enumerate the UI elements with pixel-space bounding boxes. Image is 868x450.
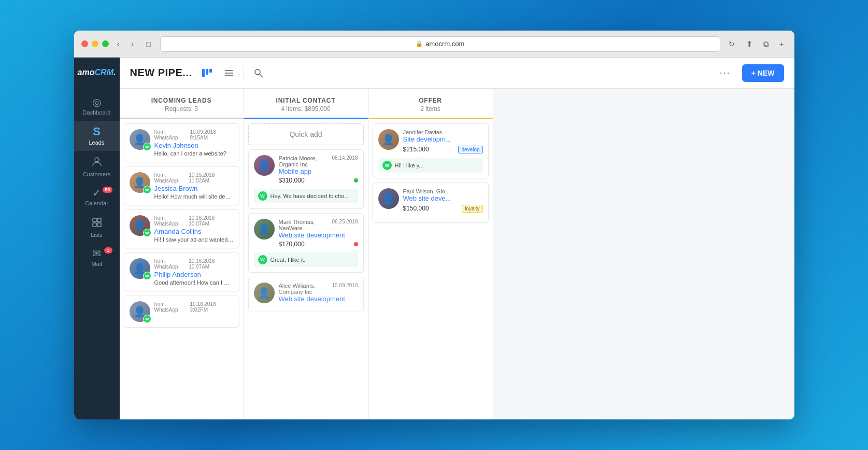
- lead-card-amanda[interactable]: 👤 W from: WhatsApp 10.16.2018 10:07AM: [124, 209, 239, 248]
- whatsapp-icon-jennifer: W: [382, 161, 392, 170]
- column-header-initial: INITIAL CONTACT 4 items: $895,000: [244, 89, 368, 119]
- lead-card-5[interactable]: 👤 W from: WhatsApp 10.18.2018 3:02PM: [124, 296, 239, 328]
- forward-button[interactable]: ›: [128, 37, 137, 51]
- svg-rect-3: [93, 223, 96, 227]
- sidebar-item-leads[interactable]: S Leads: [74, 121, 120, 151]
- avatar-wrapper-kevin: 👤 W: [130, 129, 150, 150]
- browser-actions: ⬆ ⧉ +: [743, 37, 787, 51]
- lead-card-philip[interactable]: 👤 W from: WhatsApp 10.16.2018 10:07AM: [124, 252, 239, 291]
- reload-button[interactable]: ↻: [725, 38, 738, 50]
- wa-message-patricia: W Hey. We have decided to cho...: [254, 189, 358, 203]
- quick-add-button[interactable]: Quick add: [248, 123, 364, 145]
- avatar-mark: 👤: [254, 219, 275, 240]
- lead-info-amanda: from: WhatsApp 10.16.2018 10:07AM Amanda…: [154, 215, 234, 243]
- column-body-offer: 👤 Jennifer Davies Site developm... $215,…: [368, 119, 493, 419]
- menu-button[interactable]: [222, 66, 236, 80]
- whatsapp-badge-5: W: [143, 315, 151, 323]
- pipeline-title: NEW PIPE...: [130, 67, 192, 79]
- deal-date-alice: 10.09.2018: [332, 283, 358, 288]
- deal-info-alice: Alice Williams, Company Inc 10.09.2018 W…: [279, 283, 358, 303]
- lead-source-time-5: from: WhatsApp 10.18.2018 3:02PM: [154, 301, 234, 313]
- new-deal-button[interactable]: + NEW: [742, 64, 784, 82]
- deal-info-paul: Paul Wilson, Glo... Web site deve... $15…: [403, 188, 483, 214]
- deal-date-mark: 06.25.2018: [332, 219, 358, 224]
- sidebar-item-mail[interactable]: 1 ✉ Mail: [74, 243, 120, 272]
- url-text: amocrm.com: [425, 40, 464, 48]
- column-subtitle-initial: 4 items: $895,000: [251, 105, 361, 112]
- lead-info-kevin: from: WhatsApp 10.09.2018 9:15AM Kevin J…: [154, 129, 234, 157]
- lead-source-time-philip: from: WhatsApp 10.16.2018 10:07AM: [154, 258, 234, 270]
- lead-card-jessica[interactable]: 👤 W from: WhatsApp 10.15.2018 11:02AM: [124, 166, 239, 205]
- deal-company-mark: Mark Thomas, NeoWare: [279, 219, 332, 231]
- sidebar-item-customers[interactable]: Customers: [74, 151, 120, 182]
- lead-time-amanda: 10.16.2018 10:07AM: [189, 215, 233, 227]
- lead-info-jessica: from: WhatsApp 10.15.2018 11:02AM Jessic…: [154, 172, 234, 200]
- avatar-paul: 👤: [378, 188, 399, 209]
- sidebar-item-calendar[interactable]: 50 ✓ Calendar: [74, 182, 120, 212]
- minimize-button[interactable]: [92, 40, 98, 47]
- wa-text-jennifer: Hi! I like y...: [395, 162, 424, 168]
- deal-info-mark: Mark Thomas, NeoWare 06.25.2018 Web site…: [279, 219, 358, 249]
- sidebar-label-customers: Customers: [83, 171, 110, 177]
- kanban-view-button[interactable]: [199, 65, 215, 81]
- sidebar-item-lists[interactable]: Lists: [74, 212, 120, 243]
- wa-message-mark: W Great, I like it.: [254, 252, 358, 267]
- svg-rect-4: [97, 223, 101, 227]
- column-header-offer: OFFER 2 items: [368, 89, 493, 119]
- close-button[interactable]: [81, 40, 88, 47]
- lead-card-kevin[interactable]: 👤 W from: WhatsApp 10.09.2018 9:15AM: [124, 123, 239, 162]
- svg-rect-2: [97, 218, 101, 222]
- column-header-incoming: INCOMING LEADS Requests: 5: [120, 89, 244, 119]
- whatsapp-badge-jessica: W: [143, 186, 151, 194]
- sidebar: amoCRM. ◎ Dashboard S Leads Customers: [74, 58, 120, 419]
- deal-card-patricia[interactable]: 👤 Patricia Moore, Organic Inc 08.14.2018…: [248, 149, 364, 209]
- lead-time-jessica: 10.15.2018 11:02AM: [189, 172, 233, 184]
- column-initial-contact: INITIAL CONTACT 4 items: $895,000 Quick …: [244, 89, 368, 419]
- lead-name-philip: Philip Anderson: [154, 271, 234, 278]
- deal-card-paul[interactable]: 👤 Paul Wilson, Glo... Web site deve... $…: [373, 182, 489, 223]
- deal-name-paul: Web site deve...: [403, 194, 483, 202]
- lead-source-philip: from: WhatsApp: [154, 258, 189, 270]
- more-options-button[interactable]: ···: [716, 65, 735, 80]
- whatsapp-badge-amanda: W: [143, 229, 151, 237]
- lead-name-kevin: Kevin Johnson: [154, 142, 234, 149]
- deal-company-jennifer: Jennifer Davies: [403, 129, 483, 135]
- deal-name-mark: Web site development: [279, 231, 358, 239]
- share-button[interactable]: ⬆: [743, 37, 756, 51]
- url-bar[interactable]: 🔒 amocrm.com: [160, 36, 720, 52]
- svg-rect-1: [93, 218, 96, 222]
- deal-company-alice: Alice Williams, Company Inc: [279, 283, 332, 295]
- new-tab-button[interactable]: ⧉: [760, 37, 772, 51]
- deal-card-mark[interactable]: 👤 Mark Thomas, NeoWare 06.25.2018 Web si…: [248, 213, 364, 273]
- search-button[interactable]: [251, 66, 266, 80]
- avatar-jennifer: 👤: [378, 129, 399, 150]
- calendar-badge: 50: [103, 187, 112, 193]
- deal-company-patricia: Patricia Moore, Organic Inc: [279, 155, 332, 167]
- add-tab-button[interactable]: +: [776, 37, 787, 50]
- tab-grid-button[interactable]: □: [142, 38, 154, 50]
- lead-time-kevin: 10.09.2018 9:15AM: [190, 129, 234, 140]
- main-content: NEW PIPE...: [120, 58, 794, 419]
- status-dot-patricia: [354, 178, 358, 182]
- mail-icon: ✉: [92, 248, 101, 259]
- lead-name-jessica: Jessica Brown: [154, 185, 234, 192]
- wa-text-patricia: Hey. We have decided to cho...: [271, 193, 349, 199]
- deal-card-jennifer[interactable]: 👤 Jennifer Davies Site developm... $215,…: [373, 123, 489, 178]
- sidebar-item-dashboard[interactable]: ◎ Dashboard: [74, 92, 120, 121]
- avatar-wrapper-philip: 👤 W: [130, 258, 150, 279]
- deal-card-alice[interactable]: 👤 Alice Williams, Company Inc 10.09.2018…: [248, 277, 364, 312]
- back-button[interactable]: ‹: [114, 37, 123, 51]
- wa-text-mark: Great, I like it.: [271, 257, 306, 263]
- sidebar-logo: amoCRM.: [74, 64, 120, 81]
- maximize-button[interactable]: [102, 40, 109, 47]
- svg-rect-7: [209, 69, 212, 73]
- deal-tag-paul: loyalty: [462, 205, 482, 213]
- deal-amount-patricia: $310,000: [279, 177, 305, 184]
- calendar-icon: ✓: [92, 188, 101, 198]
- customers-icon: [91, 156, 103, 169]
- lead-source-time-amanda: from: WhatsApp 10.16.2018 10:07AM: [154, 215, 234, 227]
- whatsapp-badge-philip: W: [143, 272, 151, 280]
- mail-badge: 1: [104, 247, 112, 254]
- whatsapp-icon-patricia: W: [258, 191, 267, 201]
- lists-icon: [91, 217, 103, 230]
